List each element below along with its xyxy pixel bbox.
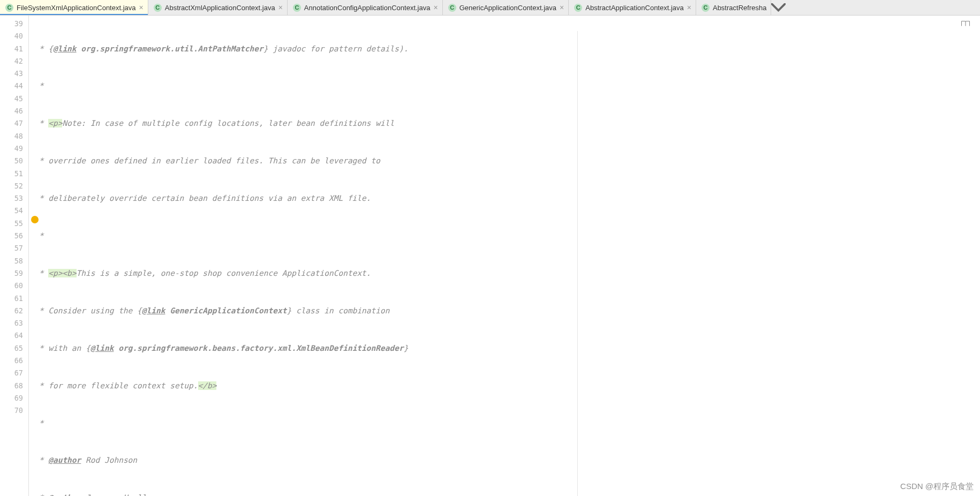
line-number: 54 bbox=[0, 205, 23, 217]
code-line: * deliberately override certain bean def… bbox=[34, 192, 980, 205]
line-number: 53 bbox=[0, 192, 23, 205]
code-line: * bbox=[34, 80, 980, 92]
class-icon: C bbox=[154, 4, 162, 12]
close-icon[interactable]: × bbox=[278, 4, 283, 11]
tab-label: AnnotationConfigApplicationContext.java bbox=[304, 4, 431, 12]
line-number: 63 bbox=[0, 317, 23, 329]
line-number: 47 bbox=[0, 117, 23, 130]
line-number: 59 bbox=[0, 267, 23, 280]
line-number: 56 bbox=[0, 230, 23, 242]
editor-tab[interactable]: C GenericApplicationContext.java × bbox=[443, 0, 569, 15]
line-number-gutter: 3940414243444546474849505152535455565758… bbox=[0, 16, 29, 496]
line-number: 70 bbox=[0, 404, 23, 417]
close-icon[interactable]: × bbox=[139, 4, 144, 11]
line-number: 69 bbox=[0, 392, 23, 404]
line-number: 50 bbox=[0, 155, 23, 167]
tab-label: AbstractApplicationContext.java bbox=[585, 4, 684, 12]
close-icon[interactable]: × bbox=[433, 4, 438, 11]
line-number: 46 bbox=[0, 105, 23, 117]
class-icon: C bbox=[293, 4, 301, 12]
line-number: 49 bbox=[0, 142, 23, 155]
code-line: * for more flexible context setup.</b> bbox=[34, 380, 980, 392]
right-margin-guide bbox=[577, 31, 578, 496]
class-icon: C bbox=[5, 4, 13, 12]
code-line: * <p><b>This is a simple, one-stop shop … bbox=[34, 267, 980, 280]
editor-tab[interactable]: C FileSystemXmlApplicationContext.java × bbox=[0, 0, 148, 15]
close-icon[interactable]: × bbox=[687, 4, 691, 11]
line-number: 48 bbox=[0, 130, 23, 142]
editor-area: 3940414243444546474849505152535455565758… bbox=[0, 16, 980, 496]
code-line: * <p>Note: In case of multiple config lo… bbox=[34, 117, 980, 130]
editor-tab[interactable]: C AbstractApplicationContext.java × bbox=[569, 0, 696, 15]
code-line: * @author Rod Johnson bbox=[34, 454, 980, 467]
line-number: 45 bbox=[0, 93, 23, 105]
line-number: 64 bbox=[0, 329, 23, 342]
tab-overflow-button[interactable] bbox=[771, 0, 786, 15]
code-line: * override ones defined in earlier loade… bbox=[34, 155, 980, 167]
line-number: 57 bbox=[0, 242, 23, 254]
line-number: 41 bbox=[0, 43, 23, 55]
code-line: * Consider using the {@link GenericAppli… bbox=[34, 305, 980, 317]
line-number: 67 bbox=[0, 367, 23, 379]
tab-label: AbstractRefresha bbox=[713, 4, 766, 12]
code-line: * bbox=[34, 417, 980, 430]
line-number: 61 bbox=[0, 292, 23, 305]
close-icon[interactable]: × bbox=[560, 4, 564, 11]
watermark-text: CSDN @程序员食堂 bbox=[900, 482, 974, 492]
line-number: 39 bbox=[0, 18, 23, 30]
editor-tab[interactable]: C AbstractXmlApplicationContext.java × bbox=[148, 0, 288, 15]
line-number: 51 bbox=[0, 168, 23, 180]
class-icon: C bbox=[702, 4, 710, 12]
line-number: 66 bbox=[0, 355, 23, 367]
editor-tab[interactable]: C AbstractRefresha bbox=[696, 0, 771, 15]
line-number: 62 bbox=[0, 305, 23, 317]
line-number: 58 bbox=[0, 255, 23, 267]
line-number: 68 bbox=[0, 380, 23, 392]
line-number: 43 bbox=[0, 67, 23, 80]
line-number: 40 bbox=[0, 30, 23, 42]
code-line: * bbox=[34, 230, 980, 242]
code-view[interactable]: * {@link org.springframework.util.AntPat… bbox=[29, 16, 980, 496]
class-icon: C bbox=[448, 4, 456, 12]
code-line: * with an {@link org.springframework.bea… bbox=[34, 342, 980, 355]
reader-mode-icon[interactable] bbox=[960, 18, 971, 29]
line-number: 55 bbox=[0, 217, 23, 230]
line-number: 60 bbox=[0, 280, 23, 292]
code-line: * @author Juergen Hoeller bbox=[34, 492, 980, 496]
class-icon: C bbox=[574, 4, 582, 12]
line-number: 65 bbox=[0, 342, 23, 355]
editor-tab-bar: C FileSystemXmlApplicationContext.java ×… bbox=[0, 0, 980, 16]
tab-label: GenericApplicationContext.java bbox=[459, 4, 556, 12]
tab-label: FileSystemXmlApplicationContext.java bbox=[17, 4, 136, 12]
editor-tab[interactable]: C AnnotationConfigApplicationContext.jav… bbox=[288, 0, 443, 15]
tab-label: AbstractXmlApplicationContext.java bbox=[165, 4, 275, 12]
code-line: * {@link org.springframework.util.AntPat… bbox=[34, 43, 980, 55]
line-number: 52 bbox=[0, 180, 23, 192]
line-number: 42 bbox=[0, 55, 23, 67]
line-number: 44 bbox=[0, 80, 23, 92]
intention-bulb-icon[interactable] bbox=[31, 216, 39, 223]
